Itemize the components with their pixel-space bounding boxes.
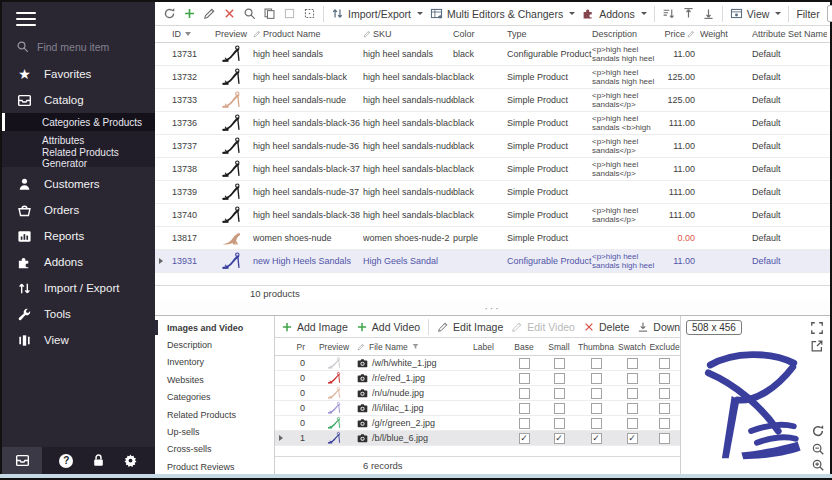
sidebar-item-reports[interactable]: Reports (2, 223, 155, 249)
edit-button[interactable] (203, 7, 216, 20)
column-header-weight[interactable]: Weight (700, 29, 742, 39)
checkbox-base[interactable]: ✓ (519, 433, 530, 444)
tab-related-products[interactable]: Related Products (155, 406, 274, 423)
tab-product-reviews[interactable]: Product Reviews (155, 458, 274, 475)
view-menu[interactable]: View (730, 7, 782, 20)
hamburger-menu-icon[interactable] (16, 12, 36, 26)
checkbox-thumbnail[interactable]: ✓ (591, 433, 602, 444)
checkbox-small[interactable] (554, 403, 565, 414)
external-link-icon[interactable] (810, 339, 824, 353)
column-header-label[interactable]: Label (473, 342, 507, 352)
checkbox-thumbnail[interactable] (591, 388, 602, 399)
column-header-file-name[interactable]: File Name (357, 342, 473, 352)
image-row[interactable]: 0 /w/h/white_1.jpg (275, 356, 680, 371)
product-row[interactable]: 13732 high heel sandals-black high heel … (155, 66, 830, 89)
store-drawer-button[interactable] (2, 447, 42, 474)
checkbox-base[interactable] (519, 403, 530, 414)
column-header-color[interactable]: Color (453, 29, 507, 39)
multi-editors-menu[interactable]: Multi Editors & Changers (430, 7, 575, 20)
checkbox-small[interactable] (554, 418, 565, 429)
move-down-button[interactable] (702, 7, 715, 20)
sort-az-button[interactable] (662, 7, 675, 20)
add-video-button[interactable]: Add Video (356, 321, 420, 333)
sidebar-search[interactable] (2, 32, 155, 61)
column-header-small[interactable]: Small (541, 342, 577, 352)
sidebar-item-tools[interactable]: Tools (2, 301, 155, 327)
checkbox-swatch[interactable] (627, 358, 638, 369)
column-header-swatch[interactable]: Swatch (615, 342, 649, 352)
checkbox-thumbnail[interactable] (591, 373, 602, 384)
sidebar-item-related-products-generator[interactable]: Related Products Generator (2, 149, 155, 167)
fullscreen-icon[interactable] (810, 321, 824, 335)
paste-special-button[interactable] (303, 7, 316, 20)
panel-splitter[interactable]: ··· (155, 301, 830, 315)
checkbox-base[interactable] (519, 358, 530, 369)
tab-images-and-video[interactable]: Images and Video (155, 319, 274, 336)
product-row[interactable]: 13731 high heel sandals high heel sandal… (155, 43, 830, 66)
product-row[interactable]: 13739 high heel sandals-nude-37 high hee… (155, 181, 830, 204)
product-row[interactable]: 13740 high heel sandals-black-38 high he… (155, 204, 830, 227)
image-row[interactable]: 0 /n/u/nude.jpg (275, 386, 680, 401)
product-row-selected[interactable]: 13931 new High Heels Sandals High Geels … (155, 250, 830, 273)
checkbox-small[interactable] (554, 388, 565, 399)
paste-button[interactable] (283, 7, 296, 20)
delete-image-button[interactable]: Delete (583, 321, 629, 333)
edit-image-button[interactable]: Edit Image (437, 321, 503, 333)
checkbox-swatch[interactable] (627, 373, 638, 384)
column-header-preview[interactable]: Preview (311, 342, 357, 352)
lock-button[interactable] (91, 447, 106, 474)
checkbox-swatch[interactable] (627, 418, 638, 429)
column-header-id[interactable]: ID (167, 29, 209, 39)
column-header-product-name[interactable]: Product Name (253, 29, 363, 39)
move-up-button[interactable] (682, 7, 695, 20)
tab-inventory[interactable]: Inventory (155, 354, 274, 371)
tab-description[interactable]: Description (155, 336, 274, 353)
download-image-button[interactable]: Download Image (637, 321, 680, 333)
tab-categories[interactable]: Categories (155, 389, 274, 406)
sidebar-item-import-export[interactable]: Import / Export (2, 275, 155, 301)
checkbox-small[interactable]: ✓ (554, 433, 565, 444)
image-row[interactable]: 0 /r/e/red_1.jpg (275, 371, 680, 386)
checkbox-exclude[interactable] (659, 403, 670, 414)
column-header-thumbnail[interactable]: Thumbna (577, 342, 615, 352)
add-image-button[interactable]: Add Image (281, 321, 348, 333)
product-row[interactable]: 13738 high heel sandals-black-37 high he… (155, 158, 830, 181)
sidebar-item-orders[interactable]: Orders (2, 197, 155, 223)
column-header-exclude[interactable]: Exclude (649, 342, 680, 352)
menu-search-input[interactable] (37, 41, 137, 53)
checkbox-exclude[interactable] (659, 433, 670, 444)
image-row-selected[interactable]: 1 /b/l/blue_6.jpg ✓ ✓ ✓ ✓ (275, 431, 680, 446)
settings-button[interactable] (123, 447, 138, 474)
import-export-menu[interactable]: Import/Export (331, 7, 423, 20)
column-header-type[interactable]: Type (507, 29, 592, 39)
checkbox-swatch[interactable] (627, 388, 638, 399)
checkbox-base[interactable] (519, 388, 530, 399)
zoom-out-icon[interactable] (811, 442, 825, 456)
checkbox-exclude[interactable] (659, 373, 670, 384)
add-product-button[interactable] (183, 7, 196, 20)
edit-video-button[interactable]: Edit Video (511, 321, 575, 333)
copy-button[interactable] (263, 7, 276, 20)
tab-up-sells[interactable]: Up-sells (155, 423, 274, 440)
category-filter-select[interactable]: Show products from selected categories (827, 5, 832, 22)
column-header-price[interactable]: Price (660, 29, 700, 39)
sidebar-item-favorites[interactable]: ★ Favorites (2, 61, 155, 87)
checkbox-exclude[interactable] (659, 418, 670, 429)
image-row[interactable]: 0 /g/r/green_2.jpg (275, 416, 680, 431)
search-button[interactable] (243, 7, 256, 20)
checkbox-thumbnail[interactable] (591, 403, 602, 414)
checkbox-exclude[interactable] (659, 388, 670, 399)
checkbox-thumbnail[interactable] (591, 418, 602, 429)
column-header-base[interactable]: Base (507, 342, 541, 352)
tab-cross-sells[interactable]: Cross-sells (155, 441, 274, 458)
product-row[interactable]: 13737 high heel sandals-nude-36 high hee… (155, 135, 830, 158)
help-icon[interactable]: ? (59, 454, 73, 468)
checkbox-exclude[interactable] (659, 358, 670, 369)
delete-button[interactable] (223, 7, 236, 20)
sidebar-item-addons[interactable]: Addons (2, 249, 155, 275)
checkbox-base[interactable] (519, 373, 530, 384)
sidebar-item-customers[interactable]: Customers (2, 171, 155, 197)
sidebar-item-catalog[interactable]: Catalog (2, 87, 155, 113)
refresh-button[interactable] (163, 7, 176, 20)
checkbox-swatch[interactable]: ✓ (627, 433, 638, 444)
